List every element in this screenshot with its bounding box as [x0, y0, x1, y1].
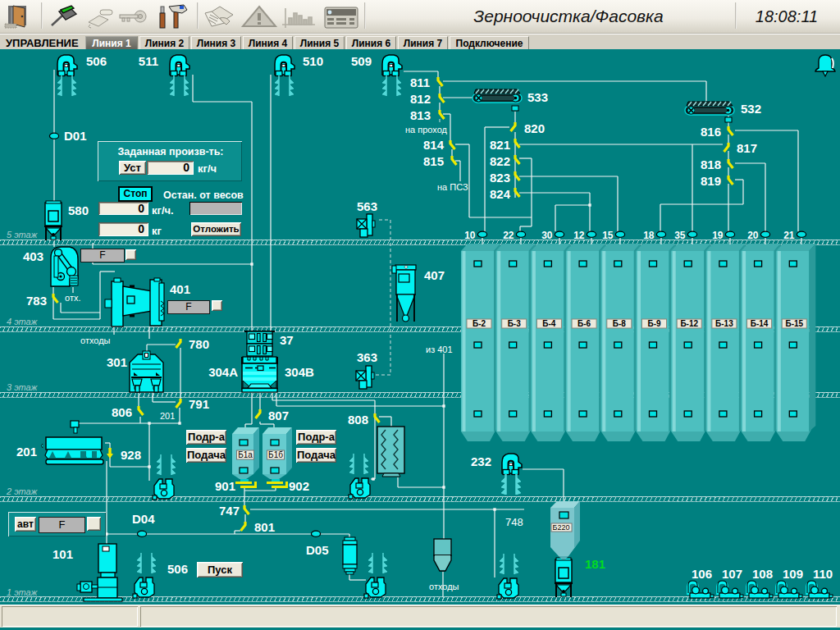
svg-text:19: 19	[712, 230, 724, 241]
svg-text:20: 20	[747, 230, 759, 241]
svg-text:Б-3: Б-3	[508, 319, 522, 328]
svg-text:304А: 304А	[208, 365, 238, 379]
svg-text:18: 18	[643, 230, 655, 241]
svg-text:820: 820	[524, 121, 545, 135]
svg-text:12: 12	[573, 230, 585, 241]
svg-text:181: 181	[585, 557, 605, 571]
svg-text:D05: D05	[306, 543, 329, 557]
svg-text:811: 811	[410, 75, 430, 89]
svg-text:801: 801	[254, 520, 275, 534]
svg-text:Б1а: Б1а	[238, 450, 253, 459]
svg-text:821: 821	[490, 138, 510, 152]
svg-text:108: 108	[752, 567, 773, 581]
svg-text:401: 401	[170, 282, 190, 296]
svg-text:отходы: отходы	[429, 582, 459, 591]
svg-text:35: 35	[674, 230, 686, 241]
svg-text:780: 780	[189, 337, 209, 351]
svg-text:отходы: отходы	[80, 336, 111, 345]
svg-text:Б-8: Б-8	[613, 319, 627, 328]
svg-text:109: 109	[783, 567, 803, 581]
svg-text:30: 30	[541, 230, 553, 241]
svg-text:506: 506	[86, 54, 107, 68]
svg-text:107: 107	[722, 567, 742, 581]
svg-text:201: 201	[160, 411, 175, 421]
svg-text:791: 791	[189, 397, 209, 411]
svg-text:511: 511	[139, 54, 158, 68]
svg-text:304В: 304В	[285, 365, 314, 379]
svg-text:отх.: отх.	[65, 293, 80, 303]
svg-text:824: 824	[490, 187, 511, 201]
svg-text:807: 807	[268, 409, 289, 422]
svg-text:747: 747	[219, 504, 240, 518]
svg-text:22: 22	[503, 230, 514, 241]
svg-text:на проход: на проход	[405, 125, 448, 135]
svg-text:на ПСЗ: на ПСЗ	[437, 182, 468, 192]
svg-text:823: 823	[490, 171, 510, 185]
svg-text:110: 110	[813, 567, 833, 581]
svg-text:783: 783	[26, 294, 47, 308]
svg-text:Б-9: Б-9	[647, 319, 661, 328]
svg-text:806: 806	[112, 405, 132, 419]
svg-text:Б-6: Б-6	[578, 319, 591, 328]
svg-text:1 этаж: 1 этаж	[7, 587, 38, 597]
svg-text:37: 37	[280, 333, 294, 347]
svg-text:407: 407	[424, 268, 445, 282]
svg-text:816: 816	[701, 125, 721, 139]
svg-text:D01: D01	[64, 129, 87, 143]
svg-text:106: 106	[692, 567, 712, 581]
svg-text:403: 403	[23, 249, 43, 263]
svg-text:3 этаж: 3 этаж	[7, 382, 38, 392]
svg-text:Б220: Б220	[553, 523, 570, 532]
svg-text:928: 928	[121, 448, 141, 462]
svg-text:232: 232	[471, 454, 491, 468]
svg-text:509: 509	[351, 54, 372, 68]
svg-text:201: 201	[16, 445, 37, 459]
svg-text:814: 814	[423, 138, 445, 152]
svg-text:301: 301	[107, 355, 127, 369]
svg-text:580: 580	[68, 203, 89, 217]
svg-text:363: 363	[357, 350, 377, 364]
svg-text:Б1б: Б1б	[268, 450, 283, 459]
svg-text:817: 817	[737, 141, 757, 155]
svg-text:Б-13: Б-13	[715, 319, 733, 328]
svg-text:Б-2: Б-2	[472, 319, 486, 328]
svg-text:563: 563	[357, 199, 377, 213]
svg-text:812: 812	[410, 92, 431, 106]
svg-text:Б-4: Б-4	[542, 319, 556, 328]
svg-text:822: 822	[490, 154, 510, 168]
svg-text:Б-12: Б-12	[680, 319, 698, 328]
svg-text:10: 10	[464, 230, 476, 241]
svg-text:5 этаж: 5 этаж	[7, 230, 38, 240]
svg-text:2 этаж: 2 этаж	[6, 486, 38, 496]
svg-text:819: 819	[701, 174, 721, 188]
svg-text:808: 808	[348, 413, 368, 427]
svg-text:506: 506	[167, 562, 188, 576]
svg-text:815: 815	[423, 154, 444, 168]
svg-text:Б-14: Б-14	[751, 319, 769, 328]
svg-text:4 этаж: 4 этаж	[7, 317, 38, 326]
svg-text:532: 532	[741, 102, 761, 116]
svg-text:Б-15: Б-15	[785, 319, 803, 328]
svg-text:818: 818	[701, 158, 721, 171]
svg-text:21: 21	[783, 230, 795, 241]
svg-text:101: 101	[52, 547, 73, 561]
svg-text:813: 813	[410, 108, 431, 122]
svg-text:D04: D04	[132, 512, 155, 526]
svg-text:15: 15	[602, 230, 614, 241]
svg-text:902: 902	[289, 479, 309, 493]
svg-text:748: 748	[505, 516, 523, 528]
svg-text:901: 901	[215, 479, 235, 493]
svg-text:510: 510	[303, 54, 323, 68]
svg-text:533: 533	[527, 90, 548, 104]
svg-text:из 401: из 401	[426, 345, 453, 354]
